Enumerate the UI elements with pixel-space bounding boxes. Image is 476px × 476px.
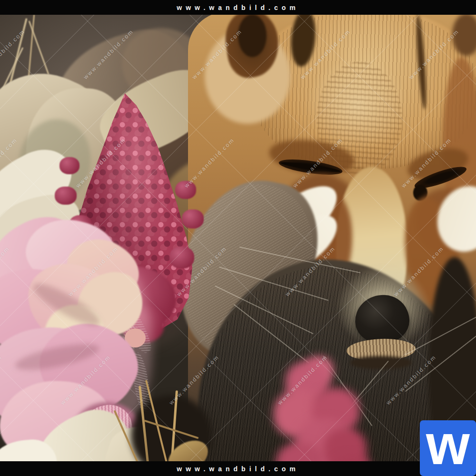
top-domain-text: www.wandbild.com (177, 4, 299, 11)
top-domain-bar: www.wandbild.com (0, 0, 476, 15)
celosia-bump (60, 157, 79, 174)
celosia-bump (182, 209, 204, 228)
wandbild-logo-badge: w (420, 420, 476, 476)
bottom-domain-text: www.wandbild.com (177, 465, 299, 473)
celosia-bump (55, 187, 77, 205)
fox-ear-left-inner (238, 14, 267, 57)
celosia-bump (175, 181, 196, 199)
bottom-domain-bar: www.wandbild.com (0, 461, 476, 476)
wandbild-logo-letter: w (426, 419, 470, 470)
fox-artwork (0, 0, 476, 476)
celosia-bump (169, 247, 194, 268)
fox-chin-shadow (350, 356, 412, 369)
product-image-canvas: www.wandbild.comwww.wandbild.comwww.wand… (0, 0, 476, 476)
